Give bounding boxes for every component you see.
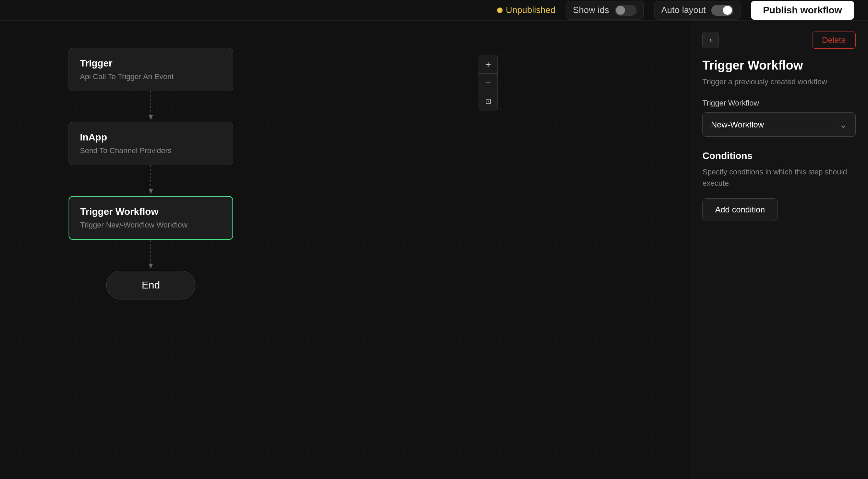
- auto-layout-toggle-group: Auto layout: [654, 1, 740, 20]
- chevron-down-icon: ⌄: [839, 119, 847, 130]
- svg-marker-1: [149, 115, 153, 120]
- inapp-node-subtitle: Send To Channel Providers: [80, 146, 222, 155]
- show-ids-knob: [616, 6, 625, 15]
- workflow-select-dropdown[interactable]: New-Workflow ⌄: [702, 112, 856, 137]
- zoom-fit-icon: ⊡: [485, 97, 491, 106]
- connector-1-svg: [147, 91, 154, 122]
- svg-marker-3: [149, 189, 153, 194]
- auto-layout-label: Auto layout: [661, 5, 706, 15]
- zoom-fit-button[interactable]: ⊡: [479, 92, 497, 111]
- svg-marker-5: [149, 264, 153, 269]
- conditions-title: Conditions: [702, 150, 856, 161]
- panel-back-button[interactable]: ‹: [702, 32, 719, 48]
- show-ids-toggle[interactable]: [615, 5, 637, 16]
- zoom-out-button[interactable]: −: [479, 74, 497, 92]
- show-ids-label: Show ids: [573, 5, 609, 15]
- panel-title: Trigger Workflow: [702, 58, 856, 73]
- show-ids-toggle-group: Show ids: [566, 1, 644, 20]
- trigger-node[interactable]: Trigger Api Call To Trigger An Event: [69, 48, 233, 91]
- connector-3: [147, 240, 154, 271]
- zoom-in-button[interactable]: +: [479, 55, 497, 74]
- trigger-node-subtitle: Api Call To Trigger An Event: [80, 72, 222, 81]
- unpublished-label: Unpublished: [506, 5, 556, 15]
- trigger-node-title: Trigger: [80, 58, 222, 69]
- connector-3-svg: [147, 240, 154, 271]
- connector-2: [147, 165, 154, 196]
- end-node-label: End: [142, 279, 160, 291]
- workflow-nodes: Trigger Api Call To Trigger An Event InA…: [69, 48, 233, 299]
- trigger-workflow-node-title: Trigger Workflow: [80, 206, 221, 217]
- auto-layout-toggle[interactable]: [711, 5, 733, 16]
- trigger-workflow-node-subtitle: Trigger New-Workflow Workflow: [80, 221, 221, 230]
- zoom-controls: + − ⊡: [479, 55, 498, 111]
- auto-layout-knob: [723, 6, 732, 15]
- connector-1: [147, 91, 154, 122]
- publish-workflow-button[interactable]: Publish workflow: [751, 1, 854, 20]
- trigger-workflow-node[interactable]: Trigger Workflow Trigger New-Workflow Wo…: [69, 196, 233, 240]
- connector-2-svg: [147, 165, 154, 196]
- inapp-node[interactable]: InApp Send To Channel Providers: [69, 122, 233, 165]
- unpublished-dot-icon: [497, 8, 503, 13]
- panel-delete-button[interactable]: Delete: [812, 32, 856, 49]
- inapp-node-title: InApp: [80, 132, 222, 143]
- right-panel: ‹ Delete Trigger Workflow Trigger a prev…: [690, 21, 868, 479]
- selected-workflow-value: New-Workflow: [711, 120, 764, 130]
- topbar: Unpublished Show ids Auto layout Publish…: [0, 0, 868, 21]
- panel-header: ‹ Delete: [702, 32, 856, 49]
- trigger-workflow-field-label: Trigger Workflow: [702, 99, 856, 108]
- chevron-left-icon: ‹: [709, 36, 712, 45]
- end-node[interactable]: End: [106, 271, 195, 299]
- conditions-description: Specify conditions in which this step sh…: [702, 166, 856, 189]
- panel-description: Trigger a previously created workflow: [702, 77, 856, 86]
- unpublished-status: Unpublished: [497, 5, 556, 15]
- workflow-canvas: + − ⊡ Trigger Api Call To Trigger An Eve…: [0, 21, 690, 479]
- add-condition-button[interactable]: Add condition: [702, 198, 777, 221]
